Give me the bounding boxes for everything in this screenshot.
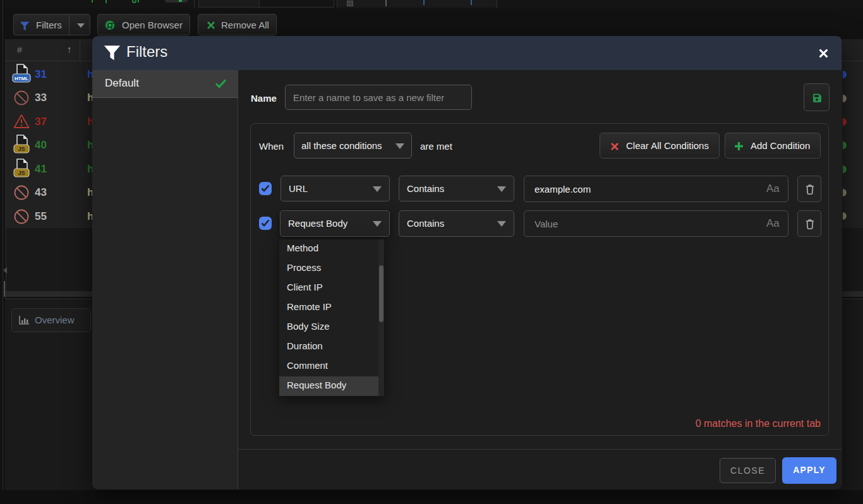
svg-text:HTML: HTML xyxy=(15,76,28,81)
svg-text:JS: JS xyxy=(18,146,25,152)
svg-text:JS: JS xyxy=(18,170,25,176)
